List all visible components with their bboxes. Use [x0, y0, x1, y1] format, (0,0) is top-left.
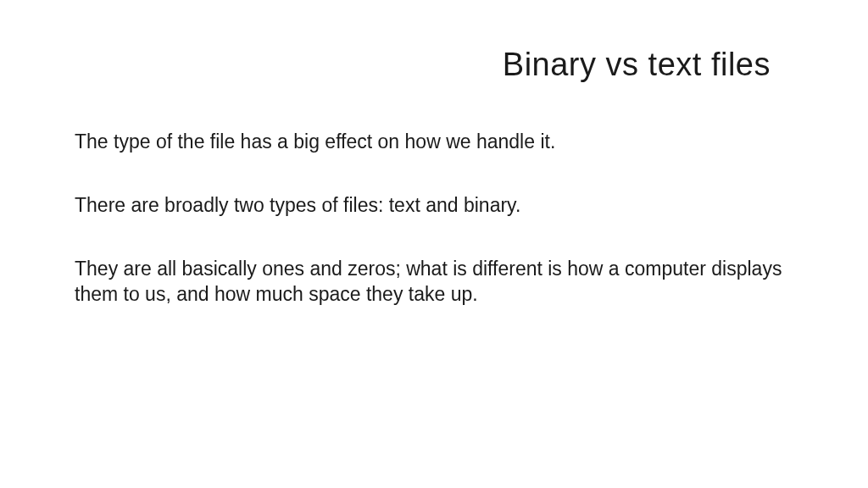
slide-body: The type of the file has a big effect on… [72, 130, 796, 308]
paragraph: They are all basically ones and zeros; w… [75, 257, 796, 308]
slide-title: Binary vs text files [72, 47, 796, 83]
presentation-slide: Binary vs text files The type of the fil… [0, 0, 868, 488]
paragraph: There are broadly two types of files: te… [75, 193, 796, 219]
paragraph: The type of the file has a big effect on… [75, 130, 796, 155]
